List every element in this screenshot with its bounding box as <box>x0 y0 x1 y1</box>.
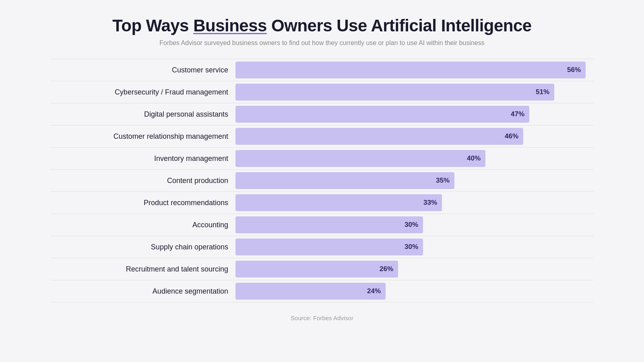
page-header: Top Ways Business Owners Use Artificial … <box>112 16 531 47</box>
row-label: Customer service <box>50 66 235 74</box>
bar-value: 56% <box>567 66 581 74</box>
bar-value: 51% <box>536 88 549 96</box>
row-label: Customer relationship management <box>50 132 235 141</box>
business-word: Business <box>193 16 267 35</box>
row-label: Content production <box>50 177 235 185</box>
chart-row: Customer relationship management46% <box>50 125 594 147</box>
row-label: Product recommendations <box>50 199 235 207</box>
bar-area: 47% <box>235 106 594 123</box>
bar-value: 26% <box>380 265 393 273</box>
bar: 35% <box>235 172 454 189</box>
chart-row: Supply chain operations30% <box>50 236 594 258</box>
row-label: Cybersecurity / Fraud management <box>50 88 235 97</box>
bar-value: 40% <box>467 154 481 162</box>
row-label: Recruitment and talent sourcing <box>50 265 235 274</box>
row-label: Supply chain operations <box>50 243 235 251</box>
row-label: Accounting <box>50 221 235 229</box>
row-label: Audience segmentation <box>50 287 235 296</box>
bar-area: 35% <box>235 172 594 189</box>
bar-value: 46% <box>505 132 518 140</box>
chart-row: Audience segmentation24% <box>50 280 594 302</box>
bar: 46% <box>235 128 523 145</box>
main-title: Top Ways Business Owners Use Artificial … <box>112 16 531 35</box>
subtitle: Forbes Advisor surveyed business owners … <box>112 39 531 47</box>
bar: 26% <box>235 261 398 278</box>
bar-value: 30% <box>405 221 418 229</box>
chart-row: Inventory management40% <box>50 147 594 169</box>
bar-area: 33% <box>235 194 594 211</box>
bar-value: 24% <box>367 287 381 295</box>
bar-area: 51% <box>235 84 594 101</box>
chart-row: Customer service56% <box>50 59 594 81</box>
bar: 30% <box>235 216 423 233</box>
bar-value: 35% <box>436 177 450 185</box>
source-label: Source: Forbes Advisor <box>291 315 353 321</box>
chart-row: Product recommendations33% <box>50 191 594 214</box>
row-label: Inventory management <box>50 154 235 163</box>
bar-area: 26% <box>235 261 594 278</box>
row-label: Digital personal assistants <box>50 110 235 119</box>
bar-area: 46% <box>235 128 594 145</box>
bar: 30% <box>235 239 423 255</box>
bar: 47% <box>235 106 529 123</box>
bar-area: 56% <box>235 62 594 78</box>
bar-area: 30% <box>235 239 594 255</box>
bar-value: 33% <box>423 199 437 207</box>
bar: 56% <box>235 62 586 78</box>
bar: 24% <box>235 283 386 300</box>
bar: 33% <box>235 194 442 211</box>
chart-row: Cybersecurity / Fraud management51% <box>50 81 594 103</box>
chart-row: Accounting30% <box>50 214 594 236</box>
bar-area: 24% <box>235 283 594 300</box>
bar-area: 40% <box>235 150 594 167</box>
chart-row: Recruitment and talent sourcing26% <box>50 258 594 280</box>
bar-area: 30% <box>235 216 594 233</box>
chart-row: Digital personal assistants47% <box>50 103 594 125</box>
bar: 51% <box>235 84 554 101</box>
bar-value: 47% <box>511 110 524 118</box>
bar-value: 30% <box>405 243 418 251</box>
chart-container: Customer service56%Cybersecurity / Fraud… <box>50 59 594 302</box>
chart-row: Content production35% <box>50 169 594 191</box>
bar: 40% <box>235 150 485 167</box>
